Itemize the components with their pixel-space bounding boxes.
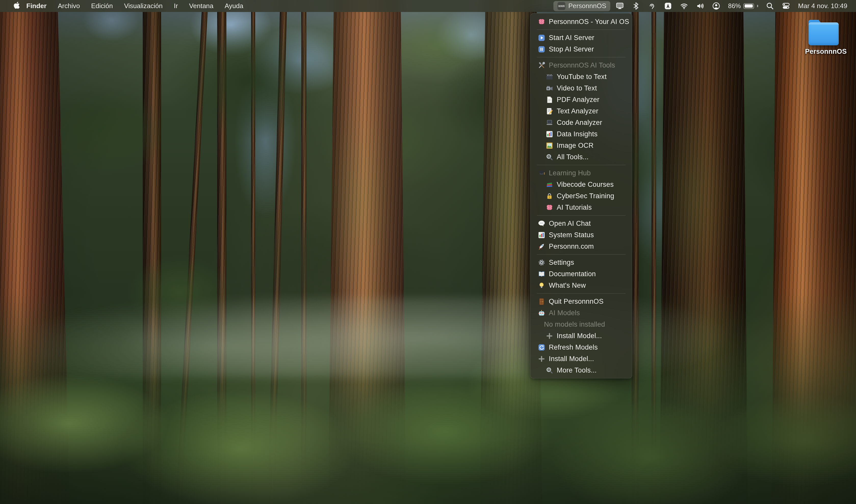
status-icons-trailing xyxy=(762,0,794,12)
menubar-spotlight-item[interactable] xyxy=(762,0,778,12)
menubar-item-personnnos[interactable]: NNN PersonnnOS xyxy=(553,1,610,11)
folder-icon-body xyxy=(808,22,839,46)
desktop-folder-personnnos[interactable]: PersonnnOS xyxy=(805,20,842,56)
framed-picture-icon xyxy=(545,141,554,150)
menu-bar-left: FinderArchivoEdiciónVisualizaciónIrVenta… xyxy=(0,0,249,12)
menu-item[interactable]: Data Insights xyxy=(531,128,632,140)
battery-icon-nub xyxy=(757,5,758,7)
clapper-icon xyxy=(545,73,554,81)
nnn-logo-icon: NNN xyxy=(557,2,565,10)
camcorder-icon xyxy=(545,84,554,93)
page-icon xyxy=(545,95,554,104)
menu-header: PersonnnOS AI Tools xyxy=(531,60,632,71)
menu-item[interactable]: More Tools... xyxy=(531,365,632,376)
menu-item-label: Data Insights xyxy=(557,130,598,138)
menubar-item-ir[interactable]: Ir xyxy=(168,0,183,12)
menu-item-label: Refresh Models xyxy=(549,343,598,352)
bar-chart-icon xyxy=(545,130,554,139)
menu-item-label: Image OCR xyxy=(557,142,593,149)
menu-item[interactable]: Install Model... xyxy=(531,353,632,365)
menu-divider xyxy=(537,254,626,255)
door-icon xyxy=(537,298,546,306)
menu-header-label: AI Models xyxy=(549,309,580,317)
menubar-item-ayuda[interactable]: Ayuda xyxy=(219,0,249,12)
menubar-user-account-item[interactable] xyxy=(708,0,724,12)
desktop-screen: FinderArchivoEdiciónVisualizaciónIrVenta… xyxy=(0,0,856,504)
volume-icon xyxy=(696,2,704,10)
apple-icon xyxy=(14,1,20,11)
menu-item[interactable]: Refresh Models xyxy=(531,342,632,353)
play-icon xyxy=(537,34,546,42)
menu-header: Learning Hub xyxy=(531,167,632,179)
wifi-icon xyxy=(680,2,688,10)
menu-item-label: Code Analyzer xyxy=(557,119,602,127)
folder-icon[interactable] xyxy=(808,20,839,46)
status-icons xyxy=(612,0,724,12)
battery-percent: 86% xyxy=(728,2,741,10)
menubar-clock[interactable]: Mar 4 nov. 10:49 xyxy=(794,2,850,10)
menu-item[interactable]: Settings xyxy=(531,257,632,268)
menu-item[interactable]: CyberSec Training xyxy=(531,190,632,202)
menu-item[interactable]: System Status xyxy=(531,229,632,241)
menubar-control-center-item[interactable] xyxy=(778,0,794,12)
menu-item[interactable]: Start AI Server xyxy=(531,32,632,43)
menu-item-label: Start AI Server xyxy=(549,34,594,42)
bar-chart-icon xyxy=(537,231,546,239)
menu-item-label: Settings xyxy=(549,259,574,267)
menubar-item-archivo[interactable]: Archivo xyxy=(52,0,86,12)
menu-item-label: System Status xyxy=(549,231,594,239)
light-bulb-icon xyxy=(537,281,546,290)
menu-item-label: PersonnnOS - Your AI OS xyxy=(549,18,629,26)
menu-item[interactable]: Open AI Chat xyxy=(531,218,632,229)
menu-item[interactable]: All Tools... xyxy=(531,151,632,163)
open-book-icon xyxy=(537,270,546,278)
menubar-item-ventana[interactable]: Ventana xyxy=(183,0,219,12)
menu-item-label: CyberSec Training xyxy=(557,192,614,200)
menu-item[interactable]: Documentation xyxy=(531,268,632,280)
menu-item[interactable]: YouTube to Text xyxy=(531,71,632,83)
menu-item-label: Video to Text xyxy=(557,84,597,92)
menu-header-label: Learning Hub xyxy=(549,169,591,177)
menu-item[interactable]: Vibecode Courses xyxy=(531,179,632,190)
menu-header-label: PersonnnOS AI Tools xyxy=(549,61,615,69)
pause-icon xyxy=(537,45,546,54)
memo-icon xyxy=(545,107,554,116)
menubar-wifi-item[interactable] xyxy=(676,0,692,12)
control-center-icon xyxy=(782,2,790,10)
menu-item[interactable]: PDF Analyzer xyxy=(531,94,632,106)
menu-item[interactable]: Video to Text xyxy=(531,83,632,94)
gear-icon xyxy=(537,258,546,267)
menu-item-label: Open AI Chat xyxy=(549,220,591,228)
menu-item[interactable]: Text Analyzer xyxy=(531,106,632,117)
menu-item-label: Text Analyzer xyxy=(557,107,598,115)
folder-label: PersonnnOS xyxy=(805,48,842,56)
menu-item-label: AI Tutorials xyxy=(557,203,592,212)
magnifier-icon xyxy=(545,366,554,375)
spotlight-icon xyxy=(766,2,774,10)
menubar-item-visualización[interactable]: Visualización xyxy=(119,0,168,12)
tools-icon xyxy=(537,61,546,70)
menubar-item-edición[interactable]: Edición xyxy=(85,0,118,12)
menu-item[interactable]: PersonnnOS - Your AI OS xyxy=(531,16,632,28)
menubar-display-item[interactable] xyxy=(612,0,628,12)
menubar-input-source-item[interactable] xyxy=(660,0,676,12)
menubar-volume-item[interactable] xyxy=(692,0,708,12)
menu-item[interactable]: Install Model... xyxy=(531,330,632,342)
menu-item[interactable]: Image OCR xyxy=(531,140,632,151)
menu-item[interactable]: What's New xyxy=(531,280,632,291)
laptop-icon xyxy=(545,119,554,127)
menu-item-label: Vibecode Courses xyxy=(557,181,613,188)
menubar-bluetooth-item[interactable] xyxy=(628,0,644,12)
menu-item[interactable]: AI Tutorials xyxy=(531,202,632,213)
menu-item[interactable]: Code Analyzer xyxy=(531,117,632,128)
menu-item[interactable]: Personnn.com xyxy=(531,241,632,252)
menu-item[interactable]: Quit PersonnnOS xyxy=(531,296,632,307)
menu-item[interactable]: Stop AI Server xyxy=(531,43,632,55)
apple-menu[interactable] xyxy=(14,0,21,12)
menu-item-label: Documentation xyxy=(549,270,596,278)
menubar-hearing-item[interactable] xyxy=(644,0,660,12)
menubar-item-finder[interactable]: Finder xyxy=(21,0,52,12)
battery-status[interactable]: 86% xyxy=(724,2,762,10)
books-icon xyxy=(545,180,554,189)
menu-item-label: Quit PersonnnOS xyxy=(549,298,604,306)
